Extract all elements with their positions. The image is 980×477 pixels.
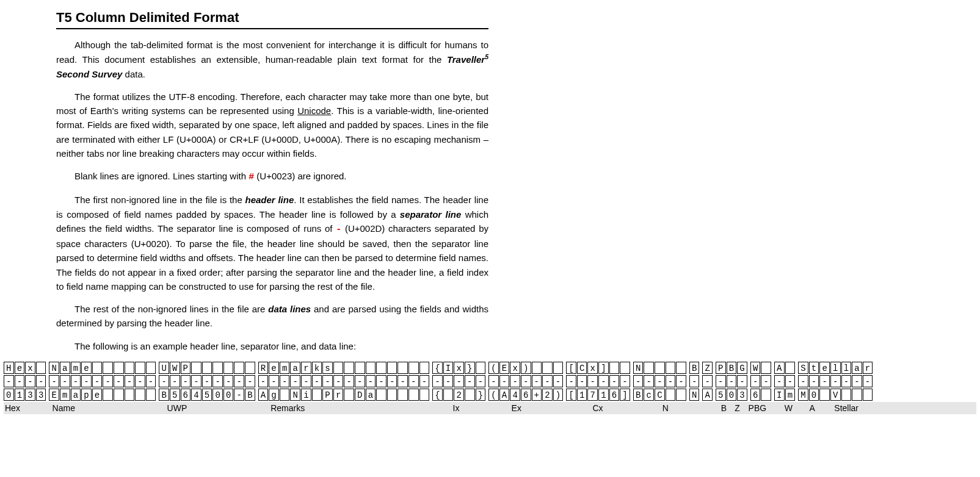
grid-cell: M — [798, 389, 808, 401]
grid-cell: x — [510, 362, 520, 374]
grid-cell: 3 — [737, 389, 747, 401]
grid-cell: - — [103, 375, 113, 387]
grid-cell: 1 — [577, 389, 587, 401]
grid-cell: - — [465, 375, 475, 387]
grid-cell: - — [419, 375, 430, 387]
grid-cell: m — [785, 389, 796, 401]
grid-cell: - — [408, 375, 419, 387]
grid-cell: - — [676, 375, 686, 387]
grid-cell: - — [566, 375, 576, 387]
grid-footer-cell: B — [720, 403, 733, 413]
paragraph-3: Blank lines are ignored. Lines starting … — [56, 169, 488, 184]
grid-cell — [532, 362, 542, 374]
grid-cell: - — [245, 375, 255, 387]
grid-cell: B — [633, 389, 644, 401]
grid-cell: U — [159, 362, 169, 374]
text: The first non-ignored line in the file i… — [74, 195, 245, 205]
text: Although the tab-delimited format is the… — [56, 40, 488, 65]
grid-cell — [234, 362, 244, 374]
link-unicode[interactable]: Unicode — [297, 106, 331, 116]
grid-cell: m — [280, 362, 290, 374]
grid-footer-cell: Remarks — [269, 403, 451, 413]
grid-cell: D — [355, 389, 365, 401]
grid-cell: 6 — [609, 389, 620, 401]
grid-cell — [191, 362, 201, 374]
grid-cell: - — [81, 375, 92, 387]
grid-cell: N — [290, 389, 300, 401]
paragraph-2: The format utilizes the UTF-8 encoding. … — [56, 90, 488, 160]
grid-cell: r — [863, 362, 873, 374]
grid-cell: ) — [521, 362, 531, 374]
grid-cell: - — [532, 375, 542, 387]
grid-data-row: 0133Emape B564500-BAg Ni Pr Da { 2 }(A46… — [4, 389, 976, 401]
grid-cell: P — [181, 362, 191, 374]
grid-cell: - — [785, 375, 796, 387]
grid-cell — [443, 389, 454, 401]
grid-cell: G — [737, 362, 747, 374]
grid-cell: x — [587, 362, 598, 374]
grid-cell — [92, 362, 103, 374]
grid-cell: [ — [566, 389, 576, 401]
grid-cell: - — [809, 375, 819, 387]
grid-cell: - — [863, 375, 873, 387]
grid-cell: r — [333, 389, 344, 401]
grid-cell: - — [499, 375, 510, 387]
grid-cell — [125, 389, 135, 401]
grid-cell: E — [499, 362, 510, 374]
grid-cell: - — [4, 375, 14, 387]
grid-cell — [408, 389, 419, 401]
grid-cell: 0 — [212, 389, 223, 401]
grid-cell — [397, 389, 408, 401]
grid-cell: x — [25, 362, 35, 374]
grid-cell: - — [432, 375, 443, 387]
grid-cell: 5 — [202, 389, 212, 401]
grid-cell — [387, 362, 397, 374]
grid-cell: - — [234, 375, 244, 387]
grid-cell — [114, 362, 124, 374]
grid-cell: - — [344, 375, 354, 387]
grid-cell — [655, 362, 665, 374]
grid-cell: - — [454, 375, 464, 387]
grid-footer-cell: Ix — [452, 403, 510, 413]
grid-cell: i — [301, 389, 311, 401]
grid-cell: 1 — [598, 389, 609, 401]
grid-cell: - — [577, 375, 587, 387]
grid-cell — [476, 362, 486, 374]
grid-cell: l — [830, 362, 841, 374]
grid-cell: A — [258, 389, 269, 401]
grid-cell: - — [376, 375, 387, 387]
grid-cell: S — [798, 362, 808, 374]
grid-cell — [852, 389, 862, 401]
grid-cell: - — [852, 375, 862, 387]
grid-cell — [212, 362, 223, 374]
grid-cell: [ — [566, 362, 576, 374]
grid-cell: - — [146, 375, 156, 387]
grid-cell: - — [397, 375, 408, 387]
grid-cell: 5 — [170, 389, 180, 401]
grid-cell: s — [322, 362, 333, 374]
grid-cell — [280, 389, 290, 401]
grid-cell — [125, 362, 135, 374]
grid-cell: - — [181, 375, 191, 387]
grid-cell: - — [290, 375, 300, 387]
grid-cell — [863, 389, 873, 401]
grid-cell: 4 — [191, 389, 201, 401]
grid-cell: ] — [620, 389, 630, 401]
grid-cell — [36, 362, 46, 374]
grid-cell: e — [819, 362, 830, 374]
grid-cell: P — [716, 362, 726, 374]
grid-footer-cell: Cx — [591, 403, 661, 413]
grid-cell: - — [258, 375, 269, 387]
grid-cell: E — [49, 389, 59, 401]
grid-cell — [408, 362, 419, 374]
grid-cell — [135, 389, 145, 401]
grid-cell — [146, 389, 156, 401]
grid-footer-cell: A — [808, 403, 833, 413]
grid-cell: 1 — [15, 389, 25, 401]
grid-cell: - — [774, 375, 785, 387]
grid-cell: { — [432, 362, 443, 374]
grid-cell: - — [234, 389, 244, 401]
grid-cell: H — [4, 362, 14, 374]
grid-cell: - — [15, 375, 25, 387]
grid-cell: - — [598, 375, 609, 387]
